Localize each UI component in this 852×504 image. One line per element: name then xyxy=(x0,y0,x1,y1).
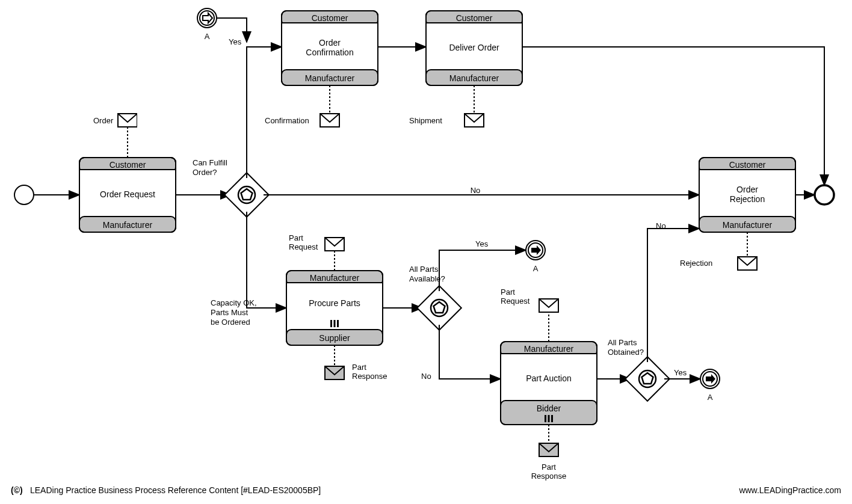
msg-part-req2: PartRequest xyxy=(501,287,530,306)
envelope-icon xyxy=(539,443,558,456)
activity-part-auction: Manufacturer Part Auction Bidder xyxy=(501,342,597,425)
svg-rect-16 xyxy=(137,113,158,128)
activity-label: Order Request xyxy=(100,189,155,199)
envelope-icon xyxy=(320,114,339,127)
branch-yes3: Yes xyxy=(674,368,687,377)
link-label-a1: A xyxy=(205,32,210,41)
lane-bottom: Bidder xyxy=(537,404,561,413)
link-event-a-in xyxy=(197,8,217,28)
msg-part-req1: PartRequest xyxy=(289,233,318,251)
envelope-icon xyxy=(539,299,558,312)
activity-order-rejection: Customer OrderRejection Manufacturer xyxy=(699,158,795,232)
link-event-a-out xyxy=(700,369,720,389)
lane-top: Customer xyxy=(456,13,493,23)
envelope-icon xyxy=(465,114,484,127)
lane-bottom: Manufacturer xyxy=(305,73,355,83)
activity-label: Procure Parts xyxy=(309,298,360,308)
activity-label: Part Auction xyxy=(526,373,572,383)
footer-right: www.LEADingPractice.com xyxy=(738,485,841,495)
msg-part-resp2: PartResponse xyxy=(531,463,567,481)
multi-instance-icon xyxy=(545,415,553,422)
msg-order: Order xyxy=(93,116,114,125)
lane-top: Manufacturer xyxy=(310,273,360,283)
branch-no3: No xyxy=(656,221,666,230)
svg-point-31 xyxy=(815,185,834,204)
lane-top: Customer xyxy=(729,160,766,170)
activity-order-request: Customer Order Request Manufacturer xyxy=(79,158,176,232)
msg-confirmation: Confirmation xyxy=(265,116,309,125)
envelope-icon xyxy=(325,366,344,380)
branch-capacity: Capacity OK, Parts Must be Ordered xyxy=(211,298,259,327)
activity-deliver-order: Customer Deliver Order Manufacturer xyxy=(426,11,522,85)
lane-bottom: Manufacturer xyxy=(449,73,499,83)
msg-rejection: Rejection xyxy=(680,259,712,268)
lane-bottom: Manufacturer xyxy=(103,220,153,230)
link-event-a-out xyxy=(526,241,545,260)
activity-order-confirmation: Customer OrderConfirmation Manufacturer xyxy=(282,11,378,85)
activity-label: Deliver Order xyxy=(449,43,499,52)
link-label-a2: A xyxy=(533,264,539,273)
end-event xyxy=(815,185,834,204)
lane-top: Manufacturer xyxy=(524,344,574,354)
gateway-all-parts-available xyxy=(417,286,461,330)
start-event xyxy=(14,185,34,204)
lane-top: Customer xyxy=(312,13,348,23)
footer-left: LEADing Practice Business Process Refere… xyxy=(30,485,321,495)
multi-instance-icon xyxy=(330,320,339,327)
lane-bottom: Supplier xyxy=(319,333,350,343)
gateway-can-fulfill xyxy=(224,173,269,217)
lane-top: Customer xyxy=(110,160,146,170)
activity-procure-parts: Manufacturer Procure Parts Supplier xyxy=(286,271,383,345)
msg-part-resp1: PartResponse xyxy=(352,363,387,381)
msg-shipment: Shipment xyxy=(409,116,442,125)
bpmn-diagram: Customer Order Request Manufacturer Orde… xyxy=(0,0,852,504)
envelope-icon xyxy=(738,257,757,270)
footer-logo: (©) xyxy=(11,485,23,495)
lane-bottom: Manufacturer xyxy=(723,220,773,230)
branch-yes1: Yes xyxy=(229,37,242,46)
envelope-icon xyxy=(325,238,344,251)
gateway-label: All PartsObtained? xyxy=(608,338,644,357)
link-label-a3: A xyxy=(708,393,713,402)
branch-no2: No xyxy=(421,372,431,381)
branch-no1: No xyxy=(471,186,481,195)
branch-yes2: Yes xyxy=(475,239,489,248)
gateway-all-parts-obtained xyxy=(625,357,670,401)
gateway-label: Can Fulfill Order? xyxy=(193,158,229,177)
